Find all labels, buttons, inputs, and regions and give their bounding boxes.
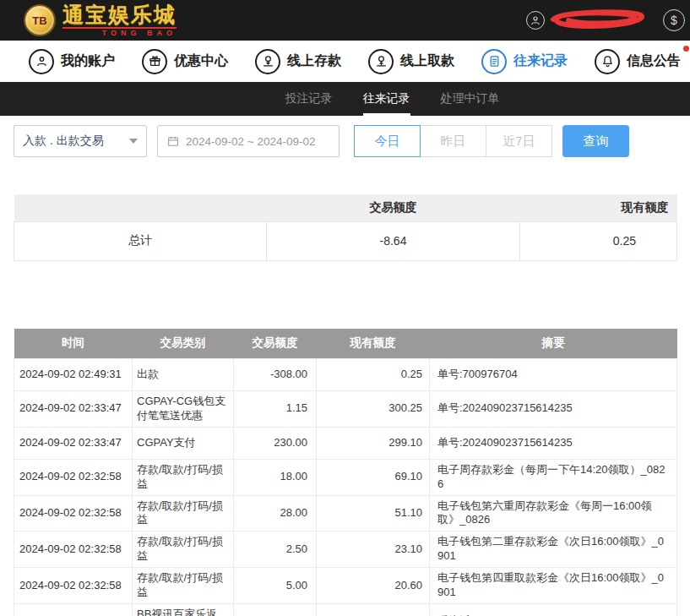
transactions-table: 时间 交易类别 交易额度 现有额度 摘要 2024-09-02 02:49:31… [14,329,677,616]
cell-summary: 电子周存款彩金（每周一下午14:20领取）_0826 [430,459,677,495]
currency-dollar-icon[interactable]: $ [663,9,685,31]
col-header-time: 时间 [14,329,133,359]
table-row: 2024-09-02 02:33:47 CGPAY-CG钱包支付笔笔送优惠 1.… [14,391,677,428]
tab-betting-records[interactable]: 投注记录 [285,82,333,116]
table-row: 2024-09-02 02:32:58 存款/取款/打码/损益 28.00 51… [14,495,677,532]
cell-balance: 15.60 [317,603,430,616]
date-range-value: 2024-09-02 ~ 2024-09-02 [186,135,316,148]
table-row: 2024-09-02 02:32:58 存款/取款/打码/损益 5.00 20.… [14,568,677,604]
nav-item-records[interactable]: 往来记录 [481,49,568,74]
summary-header-row: 交易额度 现有额度 [14,194,677,221]
nav-item-label: 往来记录 [513,52,568,70]
cell-amount: -308.00 [234,359,317,391]
nav-item-label: 线上存款 [287,52,341,70]
cell-amount: 28.00 [234,495,317,532]
cell-summary: 单号:202409023715614235 [430,427,677,459]
nav-item-label: 线上取款 [400,52,454,70]
nav-item-deposit[interactable]: 线上存款 [255,49,341,74]
cell-time: 2024-09-02 02:49:31 [14,359,133,391]
tab-processing-orders[interactable]: 处理中订单 [441,82,500,116]
cell-balance: 51.10 [317,495,430,532]
table-row: 2024-09-02 02:32:58 存款/取款/打码/损益 2.50 23.… [14,532,677,568]
cell-time: 2024-09-02 02:08:01 [14,603,133,616]
cell-type: CGPAY-CG钱包支付笔笔送优惠 [133,391,234,428]
summary-total-row: 总计 -8.64 0.25 [14,221,677,260]
logo-coin-text: TB [32,14,46,27]
notification-badge [683,46,689,52]
cell-summary: 电子钱包第六重周存款彩金《每周一16:00领取》_0826 [430,495,677,532]
sub-nav: 投注记录 往来记录 处理中订单 [0,82,690,116]
cell-time: 2024-09-02 02:32:58 [14,459,133,495]
cell-balance: 23.10 [317,532,430,568]
cell-time: 2024-09-02 02:32:58 [14,495,133,532]
cell-type: 存款/取款/打码/损益 [133,532,234,568]
nav-item-withdraw[interactable]: 线上取款 [368,49,454,74]
summary-header-empty [14,194,267,221]
cell-type: CGPAY支付 [133,427,234,459]
bell-icon [595,49,620,74]
cell-amount: 14.71 [234,603,317,616]
withdraw-icon [368,49,394,74]
transaction-records-page: TB 通宝娱乐城 TONG BAO $ [0,0,690,616]
cell-amount: 5.00 [234,568,317,604]
summary-header-balance: 现有额度 [520,194,677,221]
cell-balance: 0.25 [317,359,430,391]
sub-nav-tabs: 投注记录 往来记录 处理中订单 [285,82,500,116]
cell-type: 存款/取款/打码/损益 [133,459,234,495]
today-button[interactable]: 今日 [354,125,421,157]
cell-amount: 2.50 [234,532,317,568]
chevron-down-icon [129,139,138,144]
cell-amount: 18.00 [234,459,317,495]
main-nav: 我的账户 优惠中心 线上存款 线上取款 往来记录 [0,41,690,82]
account-user-icon[interactable] [526,11,545,30]
gift-icon [142,49,167,74]
logo-title: 通宝娱乐城 [62,4,177,25]
cell-balance: 299.10 [317,427,430,459]
col-header-amount: 交易额度 [234,329,317,359]
cell-balance: 300.25 [317,391,430,428]
nav-item-my-account[interactable]: 我的账户 [29,49,115,74]
table-row: 2024-09-02 02:32:58 存款/取款/打码/损益 18.00 69… [14,459,677,495]
nav-item-label: 我的账户 [61,52,115,70]
site-logo[interactable]: TB 通宝娱乐城 TONG BAO [24,4,177,37]
table-header-row: 时间 交易类别 交易额度 现有额度 摘要 [14,329,677,359]
summary-total-amount: -8.64 [267,221,520,260]
transaction-type-select[interactable]: 入款 . 出款交易 [14,125,147,157]
col-header-summary: 摘要 [430,329,677,359]
yesterday-button[interactable]: 昨日 [420,125,486,157]
cell-type: BB视讯百家乐返点 [133,603,234,616]
logo-subtitle: TONG BAO [62,27,177,37]
logo-text: 通宝娱乐城 TONG BAO [62,4,177,37]
nav-item-label: 信息公告 [627,52,681,70]
table-row: 2024-09-02 02:49:31 出款 -308.00 0.25 单号:7… [14,359,677,391]
cell-summary: 系统派发_2024-09-01 [430,603,677,616]
transaction-type-value: 入款 . 出款交易 [23,134,129,149]
top-bar: TB 通宝娱乐城 TONG BAO $ [0,0,690,41]
date-range-input[interactable]: 2024-09-02 ~ 2024-09-02 [157,125,340,157]
quick-range-group: 今日 昨日 近7日 [354,125,552,157]
nav-item-announcements[interactable]: 信息公告 [595,49,681,74]
cell-type: 存款/取款/打码/损益 [133,568,234,604]
tab-transaction-records[interactable]: 往来记录 [363,82,410,116]
cell-type: 出款 [133,359,234,391]
cell-balance: 69.10 [317,459,430,495]
currency-symbol: $ [671,14,677,27]
user-icon [29,49,54,74]
search-button[interactable]: 查询 [562,125,629,157]
cell-summary: 单号:700976704 [430,359,677,391]
col-header-type: 交易类别 [133,329,234,359]
cell-time: 2024-09-02 02:33:47 [14,427,133,459]
cell-time: 2024-09-02 02:32:58 [14,532,133,568]
cell-summary: 单号:202409023715614235 [430,391,677,428]
last7days-button[interactable]: 近7日 [486,125,552,157]
filter-bar: 入款 . 出款交易 2024-09-02 ~ 2024-09-02 今日 昨日 … [14,125,676,157]
top-right-area: $ [526,8,685,33]
summary-table: 交易额度 现有额度 总计 -8.64 0.25 [14,194,677,261]
col-header-balance: 现有额度 [317,329,430,359]
cell-time: 2024-09-02 02:33:47 [14,391,133,428]
cell-balance: 20.60 [317,568,430,604]
table-row: 2024-09-02 02:33:47 CGPAY支付 230.00 299.1… [14,427,677,459]
nav-item-promotions[interactable]: 优惠中心 [142,49,228,74]
cell-amount: 230.00 [234,427,317,459]
summary-total-label: 总计 [14,221,267,260]
